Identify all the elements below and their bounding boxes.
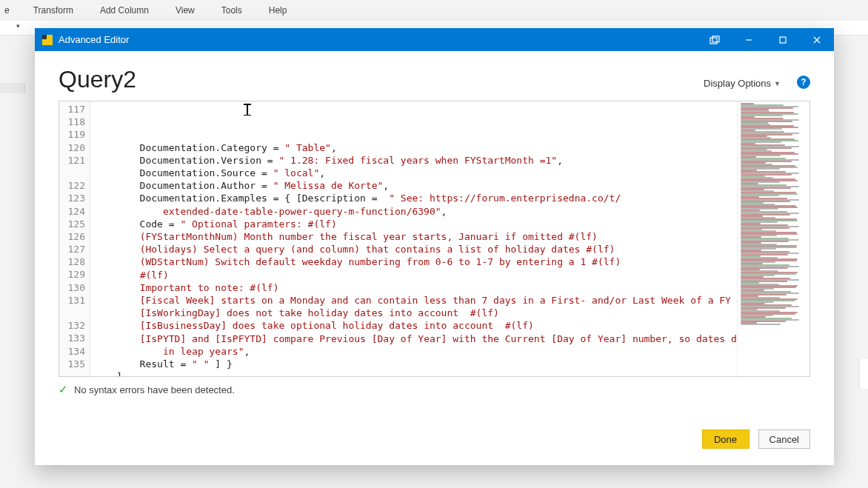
dialog-titlebar: Advanced Editor xyxy=(35,28,834,51)
dialog-button-row: Done Cancel xyxy=(35,416,834,465)
code-text-area[interactable]: Documentation.Category = " Table", Docum… xyxy=(90,101,737,376)
text-caret-icon xyxy=(241,104,253,116)
maximize-button[interactable] xyxy=(766,28,800,51)
ribbon-expand-icon[interactable]: ▾ xyxy=(16,22,20,30)
done-button[interactable]: Done xyxy=(702,429,750,449)
help-icon[interactable]: ? xyxy=(797,76,810,89)
menu-item-add-column[interactable]: Add Column xyxy=(87,2,162,19)
minimize-button[interactable] xyxy=(732,28,766,51)
power-bi-icon xyxy=(42,35,53,45)
query-name-heading: Query2 xyxy=(59,66,704,93)
svg-rect-3 xyxy=(780,37,786,43)
pop-out-button[interactable] xyxy=(698,28,732,51)
background-panel-fragment xyxy=(0,83,25,93)
display-options-dropdown[interactable]: Display Options ▼ xyxy=(704,78,781,89)
menu-item-view[interactable]: View xyxy=(162,2,208,19)
syntax-status-text: No syntax errors have been detected. xyxy=(74,384,235,395)
display-options-label: Display Options xyxy=(704,78,771,89)
code-editor[interactable]: 1171181191201211221231241251261271281291… xyxy=(59,101,810,377)
line-number-gutter: 1171181191201211221231241251261271281291… xyxy=(59,101,90,376)
syntax-status-bar: ✓ No syntax errors have been detected. xyxy=(59,383,810,396)
svg-rect-0 xyxy=(710,38,717,44)
menu-item-help[interactable]: Help xyxy=(256,2,301,19)
app-menubar: e Transform Add Column View Tools Help xyxy=(0,0,868,21)
minimap[interactable] xyxy=(737,101,809,376)
advanced-editor-dialog: Advanced Editor Query2 Display Options ▼… xyxy=(35,28,834,465)
check-icon: ✓ xyxy=(59,383,68,396)
dialog-title: Advanced Editor xyxy=(59,34,129,45)
svg-rect-1 xyxy=(712,36,719,41)
close-button[interactable] xyxy=(800,28,834,51)
menu-item-tools[interactable]: Tools xyxy=(208,2,256,19)
chevron-down-icon: ▼ xyxy=(774,80,781,87)
menu-item-home-cut[interactable]: e xyxy=(4,2,20,19)
background-right-fragment xyxy=(859,359,868,389)
dialog-header: Query2 Display Options ▼ ? xyxy=(35,51,834,101)
menu-item-transform[interactable]: Transform xyxy=(20,2,87,19)
cancel-button[interactable]: Cancel xyxy=(758,429,810,449)
